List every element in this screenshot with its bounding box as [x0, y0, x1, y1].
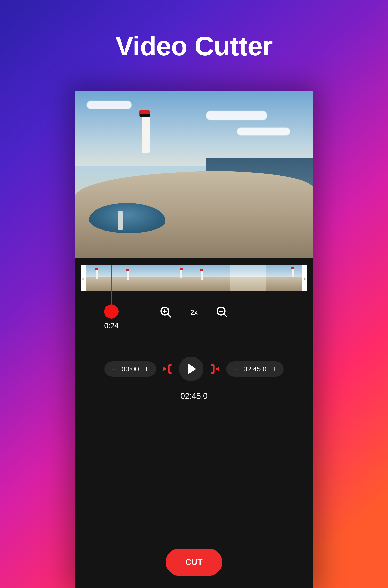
timeline-frame[interactable]: [158, 265, 194, 291]
zoom-in-icon: [160, 306, 172, 318]
end-time-value: 02:45.0: [243, 365, 267, 373]
svg-line-5: [224, 314, 227, 317]
playhead-stem: [111, 291, 112, 306]
end-time-stepper: − 02:45.0 +: [226, 361, 284, 377]
video-preview[interactable]: [75, 91, 313, 258]
play-button[interactable]: [179, 357, 203, 381]
svg-line-1: [168, 314, 171, 317]
timeline-frame[interactable]: [86, 265, 122, 291]
trim-end-icon: [209, 363, 220, 375]
playhead-time-label: 0:24: [104, 322, 119, 330]
timeline-frame[interactable]: [230, 265, 266, 291]
timeline-frame[interactable]: [266, 265, 302, 291]
selection-duration-label: 02:45.0: [75, 391, 313, 401]
zoom-out-button[interactable]: [216, 306, 228, 318]
set-end-marker-button[interactable]: [209, 363, 220, 375]
page-title: Video Cutter: [0, 31, 388, 61]
timeline-next-button[interactable]: ›: [302, 265, 307, 291]
end-time-decrement[interactable]: −: [232, 365, 239, 373]
app-screen: ‹ › 0:24 2x: [75, 91, 313, 588]
zoom-out-icon: [216, 306, 228, 318]
end-time-increment[interactable]: +: [270, 365, 278, 373]
timeline: ‹ › 0:24 2x: [81, 265, 307, 291]
trim-start-icon: [162, 363, 173, 375]
set-start-marker-button[interactable]: [162, 363, 173, 375]
timeline-frame[interactable]: [194, 265, 230, 291]
start-time-increment[interactable]: +: [143, 365, 150, 373]
start-time-value: 00:00: [121, 365, 139, 373]
cut-button[interactable]: CUT: [166, 549, 222, 576]
timeline-frame[interactable]: [122, 265, 158, 291]
playhead-line: [111, 265, 112, 291]
zoom-in-button[interactable]: [160, 306, 172, 318]
play-icon: [188, 364, 196, 374]
zoom-level-label: 2x: [190, 308, 198, 316]
start-time-decrement[interactable]: −: [110, 365, 118, 373]
timeline-thumbnails[interactable]: [86, 265, 302, 291]
timeline-prev-button[interactable]: ‹: [81, 265, 86, 291]
start-time-stepper: − 00:00 +: [104, 361, 156, 377]
